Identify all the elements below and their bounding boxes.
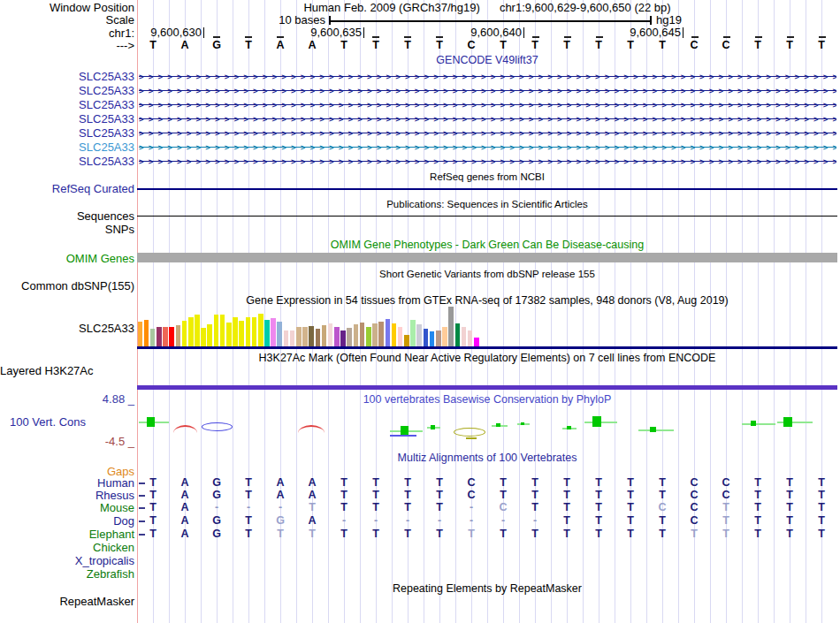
assembly-label: hg19 bbox=[656, 14, 682, 26]
vert-cons-label[interactable]: 100 Vert. Cons bbox=[0, 416, 86, 428]
scale-bar-tick-left bbox=[329, 16, 331, 25]
gtex-bar bbox=[176, 325, 181, 346]
gene-model-row[interactable]: >>>>>>>>>>>>>>>>>>>>>>>>>>>>>>>>>>>>>>>>… bbox=[139, 141, 836, 153]
alignment-base: T bbox=[659, 490, 666, 501]
gene-label[interactable]: SLC25A33 bbox=[0, 99, 134, 110]
omim-genes-bar[interactable] bbox=[137, 253, 837, 262]
sequences-track-line[interactable] bbox=[137, 216, 837, 217]
snps-label[interactable]: SNPs bbox=[0, 224, 134, 235]
alignment-base: C bbox=[690, 515, 698, 527]
ruler-tick bbox=[523, 27, 524, 38]
alignment-base: T bbox=[722, 515, 729, 527]
omim-genes-label[interactable]: OMIM Genes bbox=[0, 253, 134, 264]
refseq-track-line[interactable] bbox=[137, 188, 837, 190]
omim-title: OMIM Gene Phenotypes - Dark Green Can Be… bbox=[137, 239, 837, 251]
alignment-species-label[interactable]: Chicken bbox=[0, 542, 134, 553]
alignment-base: T bbox=[372, 502, 379, 513]
label-divider-line bbox=[137, 0, 138, 623]
gtex-bar bbox=[378, 322, 384, 346]
alignment-species-label[interactable]: Rhesus bbox=[0, 490, 134, 501]
alignment-base: T bbox=[659, 528, 666, 540]
alignment-base: T bbox=[722, 528, 729, 540]
ruler-coordinate[interactable]: 9,600,645 bbox=[599, 27, 681, 38]
h3k27ac-signal-bar[interactable] bbox=[137, 385, 837, 390]
alignment-base: T bbox=[627, 515, 634, 527]
chrom-label: chr1: bbox=[0, 27, 134, 39]
gene-label[interactable]: SLC25A33 bbox=[0, 156, 134, 167]
alignment-base: T bbox=[754, 477, 761, 489]
gene-model-row[interactable]: >>>>>>>>>>>>>>>>>>>>>>>>>>>>>>>>>>>>>>>>… bbox=[139, 113, 836, 125]
base-letter: T bbox=[404, 40, 411, 51]
alignment-base: T bbox=[245, 528, 252, 540]
base-letter: T bbox=[531, 40, 538, 51]
refseq-curated-label[interactable]: RefSeq Curated bbox=[0, 183, 134, 194]
gene-strand-arrows: >>>>>>>>>>>>>>>>>>>>>>>>>>>>>>>>>>>>>>>>… bbox=[139, 113, 836, 125]
alignment-base: T bbox=[818, 528, 825, 540]
alignment-base: T bbox=[309, 502, 316, 513]
phylop-mark bbox=[777, 422, 813, 423]
gene-label[interactable]: SLC25A33 bbox=[0, 141, 134, 153]
alignment-base: T bbox=[691, 528, 698, 540]
gene-model-row[interactable]: >>>>>>>>>>>>>>>>>>>>>>>>>>>>>>>>>>>>>>>>… bbox=[139, 71, 836, 82]
alignment-species-label[interactable]: X_tropicalis bbox=[0, 555, 134, 566]
base-letter: C bbox=[467, 40, 475, 51]
ruler-coordinate[interactable]: 9,600,630 bbox=[120, 27, 202, 38]
alignment-base: G bbox=[276, 515, 285, 527]
gtex-bar bbox=[347, 328, 352, 346]
phylop-mark bbox=[466, 437, 477, 439]
alignment-base: A bbox=[308, 490, 316, 501]
gene-label[interactable]: SLC25A33 bbox=[0, 71, 134, 82]
window-position-label: Window Position bbox=[0, 2, 134, 13]
phylop-mark bbox=[742, 423, 775, 425]
alignment-species-label[interactable]: Human bbox=[0, 477, 134, 489]
alignment-base: C bbox=[467, 477, 475, 489]
alignment-base: T bbox=[404, 490, 411, 501]
gtex-bar bbox=[246, 317, 251, 346]
common-dbsnp-label[interactable]: Common dbSNP(155) bbox=[0, 280, 134, 292]
base-letter: T bbox=[818, 40, 825, 51]
h3k27ac-label[interactable]: Layered H3K27Ac bbox=[0, 365, 86, 376]
scale-value: 10 bases bbox=[137, 14, 325, 26]
gtex-gene-label[interactable]: SLC25A33 bbox=[0, 323, 134, 334]
gene-model-row[interactable]: >>>>>>>>>>>>>>>>>>>>>>>>>>>>>>>>>>>>>>>>… bbox=[139, 156, 836, 167]
alignment-species-label[interactable]: Zebrafish bbox=[0, 568, 134, 580]
gene-strand-arrows: >>>>>>>>>>>>>>>>>>>>>>>>>>>>>>>>>>>>>>>>… bbox=[139, 141, 836, 153]
gtex-bar bbox=[138, 322, 143, 346]
base-letter: T bbox=[786, 40, 793, 51]
gtex-bar bbox=[340, 330, 346, 346]
phylop-mark bbox=[298, 425, 325, 433]
gene-label[interactable]: SLC25A33 bbox=[0, 85, 134, 96]
gencode-title: GENCODE V49lift37 bbox=[137, 55, 837, 66]
gtex-bar bbox=[398, 327, 403, 346]
gtex-bar bbox=[302, 327, 308, 346]
phylop-mark bbox=[496, 423, 500, 427]
gtex-bar bbox=[264, 320, 270, 346]
ruler-base-tick bbox=[691, 36, 699, 38]
alignment-base: T bbox=[786, 528, 793, 540]
alignment-species-label[interactable]: Mouse bbox=[0, 502, 134, 513]
alignment-base: C bbox=[690, 477, 698, 489]
base-letter: T bbox=[245, 40, 252, 51]
gene-label[interactable]: SLC25A33 bbox=[0, 127, 134, 139]
gene-model-row[interactable]: >>>>>>>>>>>>>>>>>>>>>>>>>>>>>>>>>>>>>>>>… bbox=[139, 99, 836, 110]
base-letter: A bbox=[276, 40, 284, 51]
genome-browser: Window Position Human Feb. 2009 (GRCh37/… bbox=[0, 0, 840, 623]
gene-model-row[interactable]: >>>>>>>>>>>>>>>>>>>>>>>>>>>>>>>>>>>>>>>>… bbox=[139, 127, 836, 139]
alignment-base: T bbox=[595, 502, 602, 513]
repeatmasker-label[interactable]: RepeatMasker bbox=[0, 596, 134, 607]
ruler-coordinate[interactable]: 9,600,635 bbox=[280, 27, 362, 38]
ruler-coordinate[interactable]: 9,600,640 bbox=[440, 27, 522, 38]
ruler-base-tick bbox=[787, 36, 794, 38]
alignment-species-label[interactable]: Elephant bbox=[0, 528, 134, 540]
alignment-base: T bbox=[372, 477, 379, 489]
phylop-mark bbox=[638, 429, 674, 431]
gene-label[interactable]: SLC25A33 bbox=[0, 113, 134, 125]
gtex-bar bbox=[404, 335, 409, 346]
gene-model-row[interactable]: >>>>>>>>>>>>>>>>>>>>>>>>>>>>>>>>>>>>>>>>… bbox=[139, 85, 836, 96]
sequences-label[interactable]: Sequences bbox=[0, 210, 134, 222]
alignment-base: - bbox=[470, 515, 473, 527]
alignment-species-label[interactable]: Dog bbox=[0, 515, 134, 527]
strand-label: ---> bbox=[0, 40, 134, 51]
gtex-bar bbox=[220, 315, 225, 346]
alignment-base: T bbox=[627, 502, 634, 513]
